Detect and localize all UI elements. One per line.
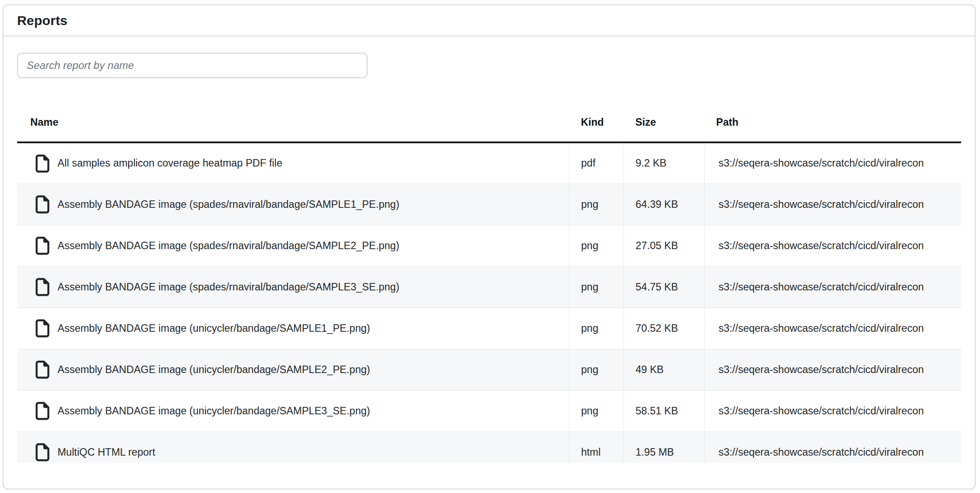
table-row[interactable]: Assembly BANDAGE image (spades/rnaviral/… <box>17 266 961 308</box>
report-path: s3://seqera-showcase/scratch/cicd/viralr… <box>704 266 961 308</box>
report-size: 58.51 KB <box>623 390 704 431</box>
report-kind: png <box>569 308 623 349</box>
column-header-size: Size <box>623 105 704 142</box>
column-header-kind: Kind <box>569 105 623 142</box>
report-kind: png <box>569 349 623 390</box>
column-header-name: Name <box>17 105 569 142</box>
report-name: MultiQC HTML report <box>58 446 155 458</box>
page-title: Reports <box>17 13 68 28</box>
report-size: 70.52 KB <box>623 308 704 349</box>
report-kind: pdf <box>569 142 623 184</box>
report-path: s3://seqera-showcase/scratch/cicd/viralr… <box>704 225 961 266</box>
report-size: 64.39 KB <box>623 184 704 225</box>
report-kind: png <box>569 266 623 308</box>
report-name: Assembly BANDAGE image (spades/rnaviral/… <box>58 240 400 252</box>
report-path: s3://seqera-showcase/scratch/cicd/viralr… <box>704 431 961 463</box>
report-name: All samples amplicon coverage heatmap PD… <box>58 157 282 169</box>
report-path: s3://seqera-showcase/scratch/cicd/viralr… <box>704 184 961 225</box>
report-kind: png <box>569 390 623 431</box>
report-name: Assembly BANDAGE image (spades/rnaviral/… <box>58 281 400 293</box>
report-path: s3://seqera-showcase/scratch/cicd/viralr… <box>704 349 961 390</box>
file-icon <box>35 402 50 420</box>
report-kind: html <box>569 431 623 463</box>
table-row[interactable]: MultiQC HTML report html 1.95 MB s3://se… <box>17 431 961 463</box>
file-icon <box>35 236 50 255</box>
report-name: Assembly BANDAGE image (unicycler/bandag… <box>58 364 370 376</box>
column-header-path: Path <box>704 105 961 142</box>
file-icon <box>35 195 50 214</box>
table-row[interactable]: Assembly BANDAGE image (spades/rnaviral/… <box>17 184 961 225</box>
report-path: s3://seqera-showcase/scratch/cicd/viralr… <box>704 142 961 184</box>
report-size: 49 KB <box>623 349 704 390</box>
file-icon <box>35 319 50 337</box>
report-kind: png <box>569 225 623 266</box>
reports-table-viewport: Name Kind Size Path Al <box>17 105 961 463</box>
table-row[interactable]: Assembly BANDAGE image (unicycler/bandag… <box>17 349 961 390</box>
table-row[interactable]: Assembly BANDAGE image (unicycler/bandag… <box>17 308 961 349</box>
card-header: Reports <box>4 5 975 36</box>
table-row[interactable]: All samples amplicon coverage heatmap PD… <box>17 142 961 184</box>
report-name: Assembly BANDAGE image (spades/rnaviral/… <box>58 199 400 210</box>
report-size: 27.05 KB <box>623 225 704 266</box>
file-icon <box>35 443 50 461</box>
report-size: 1.95 MB <box>623 431 704 463</box>
search-report-input[interactable] <box>17 53 368 78</box>
reports-table: Name Kind Size Path Al <box>17 105 961 463</box>
report-path: s3://seqera-showcase/scratch/cicd/viralr… <box>704 390 961 431</box>
table-header-row: Name Kind Size Path <box>17 105 961 142</box>
file-icon <box>35 278 50 296</box>
report-name: Assembly BANDAGE image (unicycler/bandag… <box>58 323 370 334</box>
report-size: 9.2 KB <box>623 142 704 184</box>
file-icon <box>35 154 50 173</box>
report-path: s3://seqera-showcase/scratch/cicd/viralr… <box>704 308 961 349</box>
file-icon <box>35 360 50 379</box>
reports-card: Reports Name Kind Size Path <box>3 4 976 489</box>
report-name: Assembly BANDAGE image (unicycler/bandag… <box>58 405 370 417</box>
report-kind: png <box>569 184 623 225</box>
card-body: Name Kind Size Path Al <box>4 36 975 463</box>
table-row[interactable]: Assembly BANDAGE image (unicycler/bandag… <box>17 390 961 431</box>
report-size: 54.75 KB <box>623 266 704 308</box>
table-row[interactable]: Assembly BANDAGE image (spades/rnaviral/… <box>17 225 961 266</box>
